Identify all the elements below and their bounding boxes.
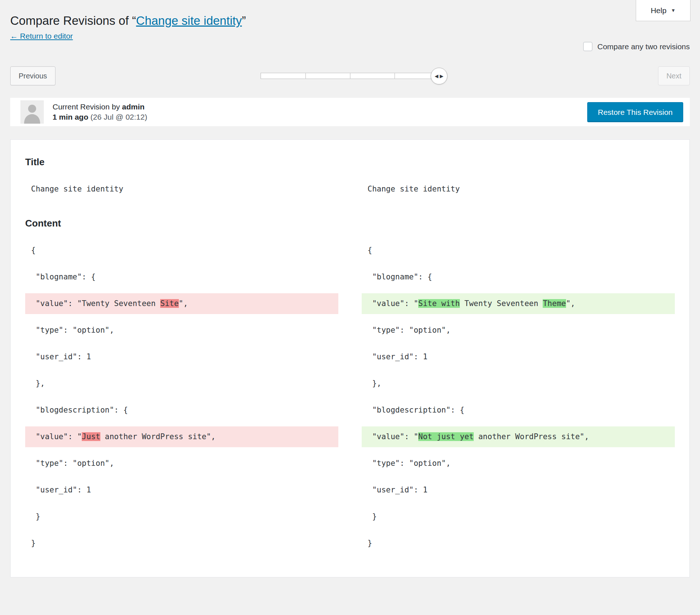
chevron-down-icon: ▼ (671, 8, 676, 13)
compare-checkbox-label: Compare any two revisions (597, 42, 690, 51)
diff-line-deleted: "value": "Just another WordPress site", (25, 426, 338, 447)
diff-line-added: "value": "Site with Twenty Seventeen The… (362, 293, 675, 314)
revision-author-line: Current Revision by admin (53, 102, 147, 112)
diff-line: "blogname": { (362, 267, 675, 287)
compare-revisions-page: Help ▼ Compare Revisions of “Change site… (0, 0, 700, 577)
diff-line: "user_id": 1 (25, 480, 338, 500)
diff-line: } (25, 533, 338, 554)
added-text-highlight: Site with (418, 299, 460, 308)
code-text: "blogname": { (368, 272, 432, 281)
removed-text-highlight: Just (82, 432, 100, 441)
help-button[interactable]: Help ▼ (636, 0, 691, 21)
page-title: Compare Revisions of “Change site identi… (10, 0, 690, 28)
diff-line: } (362, 506, 675, 527)
code-text: }, (368, 379, 381, 388)
diff-line: "type": "option", (25, 453, 338, 474)
left-arrow-icon: ◀ (435, 74, 438, 78)
slider-tick (395, 73, 395, 79)
code-text: "type": "option", (31, 326, 114, 334)
slider-handle[interactable]: ◀ ▶ (431, 67, 447, 84)
page-title-closing-quote: ” (242, 14, 246, 27)
compare-any-two-revisions-toggle[interactable]: Compare any two revisions (583, 42, 690, 51)
slider-tick (350, 73, 350, 79)
code-text: "type": "option", (31, 459, 114, 468)
revision-label: Current Revision by (53, 102, 122, 111)
help-label: Help (651, 6, 666, 15)
code-text: } (31, 539, 36, 548)
code-text: } (31, 512, 40, 521)
diff-line: "blogdescription": { (362, 400, 675, 421)
time-ago: 1 min ago (53, 113, 88, 121)
title-left-value: Change site identity (25, 179, 338, 200)
code-text: { (368, 246, 372, 255)
title-compare-grid: Change site identity Change site identit… (25, 176, 675, 202)
diff-line-deleted: "value": "Twenty Seventeen Site", (25, 293, 338, 314)
revisions-diff-panel: Title Change site identity Change site i… (10, 139, 690, 577)
content-section-heading: Content (25, 218, 675, 229)
post-title-link[interactable]: Change site identity (136, 14, 242, 27)
title-section-heading: Title (25, 156, 675, 168)
author-name: admin (122, 102, 145, 111)
slider-tick (305, 73, 306, 79)
content-compare-grid: { "blogname": { "value": "Twenty Sevente… (25, 237, 675, 557)
diff-column-left: { "blogname": { "value": "Twenty Sevente… (25, 237, 338, 557)
next-button[interactable]: Next (658, 66, 690, 85)
previous-button[interactable]: Previous (10, 66, 55, 85)
current-revision-bar: Current Revision by admin 1 min ago (26 … (10, 98, 690, 126)
return-row: ← Return to editor (10, 32, 690, 40)
code-text: "user_id": 1 (31, 486, 91, 494)
revision-time-line: 1 min ago (26 Jul @ 02:12) (53, 112, 147, 122)
code-text: }, (31, 379, 45, 388)
added-text-highlight: Theme (543, 299, 566, 308)
diff-line: "type": "option", (25, 320, 338, 341)
diff-line: } (25, 506, 338, 527)
revision-meta-text: Current Revision by admin 1 min ago (26 … (53, 102, 147, 122)
code-text: "value": " (368, 432, 418, 441)
code-text: "value": " (31, 432, 82, 441)
code-text: another WordPress site", (100, 432, 216, 441)
right-arrow-icon: ▶ (440, 74, 443, 78)
diff-line: }, (362, 373, 675, 394)
compare-two-revisions-row: Compare any two revisions (10, 42, 690, 51)
code-text: "blogdescription": { (31, 406, 128, 414)
revision-timestamp: (26 Jul @ 02:12) (88, 113, 147, 121)
code-text: "value": "Twenty Seventeen (31, 299, 160, 308)
diff-line: }, (25, 373, 338, 394)
code-text: Twenty Seventeen (460, 299, 543, 308)
code-text: "blogdescription": { (368, 406, 465, 414)
code-text: } (368, 512, 377, 521)
diff-line-added: "value": "Not just yet another WordPress… (362, 426, 675, 447)
diff-line: "type": "option", (362, 320, 675, 341)
diff-line: "blogdescription": { (25, 400, 338, 421)
diff-line: "user_id": 1 (362, 347, 675, 367)
added-text-highlight: Not just yet (418, 432, 474, 441)
restore-this-revision-button[interactable]: Restore This Revision (587, 102, 683, 122)
user-avatar-icon (20, 100, 44, 124)
page-title-text: Compare Revisions of “ (10, 14, 136, 27)
removed-text-highlight: Site (160, 299, 179, 308)
code-text: "user_id": 1 (368, 352, 427, 361)
code-text: ", (179, 299, 188, 308)
code-text: ", (566, 299, 575, 308)
code-text: "value": " (368, 299, 418, 308)
compare-any-two-revisions-checkbox[interactable] (583, 42, 592, 51)
code-text: } (368, 539, 372, 548)
code-text: "type": "option", (368, 326, 451, 334)
revisions-slider-track[interactable]: ◀ ▶ (261, 73, 439, 79)
code-text: { (31, 246, 36, 255)
diff-line: } (362, 533, 675, 554)
code-text: "user_id": 1 (368, 486, 427, 494)
diff-column-right: { "blogname": { "value": "Site with Twen… (362, 237, 675, 557)
revision-navigation: Previous ◀ ▶ Next (10, 66, 690, 86)
code-text: "type": "option", (368, 459, 451, 468)
diff-line: { (362, 240, 675, 261)
code-text: "user_id": 1 (31, 352, 91, 361)
diff-line: "user_id": 1 (25, 347, 338, 367)
title-right-value: Change site identity (362, 179, 675, 200)
diff-line: { (25, 240, 338, 261)
diff-line: "user_id": 1 (362, 480, 675, 500)
code-text: another WordPress site", (474, 432, 589, 441)
diff-line: "blogname": { (25, 267, 338, 287)
code-text: "blogname": { (31, 272, 96, 281)
return-to-editor-link[interactable]: ← Return to editor (10, 32, 73, 40)
